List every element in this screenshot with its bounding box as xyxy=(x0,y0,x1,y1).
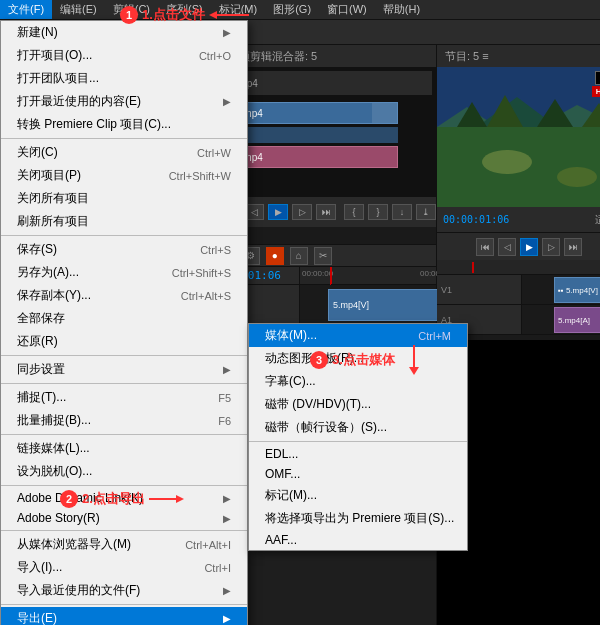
ruler-time-start: 00:00:00 xyxy=(302,269,333,278)
submenu-sep-1 xyxy=(249,441,467,442)
menu-save-as[interactable]: 另存为(A)... Ctrl+Shift+S xyxy=(1,261,247,284)
export-selection-premiere[interactable]: 将选择项导出为 Premiere 项目(S)... xyxy=(249,507,467,530)
step-fwd-btn[interactable]: ▷ xyxy=(292,204,312,220)
video-track-content: 5.mp4[V] xyxy=(300,285,436,324)
timeline-ruler: 00:01:06 00:00:00 00:00:30:00 xyxy=(220,267,436,285)
export-tape-dv[interactable]: 磁带 (DV/HDV)(T)... xyxy=(249,393,467,416)
playhead xyxy=(330,267,332,284)
video-track-bar: 5.mp4 xyxy=(228,102,398,124)
separator-6 xyxy=(1,485,247,486)
menu-file[interactable]: 文件(F) xyxy=(0,0,52,19)
file-menu: 新建(N) ▶ 打开项目(O)... Ctrl+O 打开团队项目... 打开最近… xyxy=(0,20,248,625)
separator-5 xyxy=(1,434,247,435)
svg-point-31 xyxy=(557,167,597,187)
menu-revert[interactable]: 还原(R) xyxy=(1,330,247,353)
prog-step-fwd[interactable]: ▷ xyxy=(542,238,560,256)
fforward-btn[interactable]: ⏭ xyxy=(316,204,336,220)
menu-import-recent[interactable]: 导入最近使用的文件(F) ▶ xyxy=(1,579,247,602)
separator-1 xyxy=(1,138,247,139)
menu-new[interactable]: 新建(N) ▶ xyxy=(1,21,247,44)
export-tape-device[interactable]: 磁带（帧行设备）(S)... xyxy=(249,416,467,439)
menu-help[interactable]: 帮助(H) xyxy=(375,0,428,19)
menu-open-recent[interactable]: 打开最近使用的内容(E) ▶ xyxy=(1,90,247,113)
overwrite-btn[interactable]: ⤓ xyxy=(416,204,436,220)
prog-play[interactable]: ▶ xyxy=(520,238,538,256)
fit-label: 适合 xyxy=(595,213,600,227)
menu-edit[interactable]: 编辑(E) xyxy=(52,0,105,19)
prog-rewind[interactable]: ⏮ xyxy=(476,238,494,256)
prog-step-back[interactable]: ◁ xyxy=(498,238,516,256)
menu-clip[interactable]: 剪辑(C) xyxy=(105,0,158,19)
insert-btn[interactable]: ↓ xyxy=(392,204,412,220)
play-btn[interactable]: ▶ xyxy=(268,204,288,220)
menu-refresh-all[interactable]: 刷新所有项目 xyxy=(1,210,247,233)
export-captions[interactable]: 字幕(C)... xyxy=(249,370,467,393)
prog-v-clip[interactable]: ▪▪ 5.mp4[V] xyxy=(554,277,600,303)
source-display: 5.mp4 5.mp4 fx 5.mp4 xyxy=(220,67,436,197)
menu-batch-capture[interactable]: 批量捕捉(B)... F6 xyxy=(1,409,247,432)
menu-window[interactable]: 窗口(W) xyxy=(319,0,375,19)
menu-import[interactable]: 导入(I)... Ctrl+I xyxy=(1,556,247,579)
menu-sync-settings[interactable]: 同步设置 ▶ xyxy=(1,358,247,381)
export-submenu: 媒体(M)... Ctrl+M 动态图形模板(R)... 字幕(C)... 磁带… xyxy=(248,323,468,551)
fx-track-bar: fx xyxy=(228,127,398,143)
menu-export[interactable]: 导出(E) ▶ xyxy=(1,607,247,625)
separator-2 xyxy=(1,235,247,236)
prog-a-clip[interactable]: 5.mp4[A] xyxy=(554,307,600,333)
timeline-magnet[interactable]: ⌂ xyxy=(290,247,308,265)
source-controls: ⏮ ◁ ▶ ▷ ⏭ { } ↓ ⤓ xyxy=(220,197,436,227)
audio-track-bar: 5.mp4 xyxy=(228,146,398,168)
separator-4 xyxy=(1,383,247,384)
program-controls: 00:00:01:06 适合 xyxy=(437,207,600,232)
program-video: 4K HDR xyxy=(437,67,600,207)
menu-save-copy[interactable]: 保存副本(Y)... Ctrl+Alt+S xyxy=(1,284,247,307)
separator-8 xyxy=(1,604,247,605)
menu-bar: 文件(F) 编辑(E) 剪辑(C) 序列(S) 标记(M) 图形(G) 窗口(W… xyxy=(0,0,600,20)
timeline-record[interactable]: ● xyxy=(266,247,284,265)
mark-in-btn[interactable]: { xyxy=(344,204,364,220)
export-omf[interactable]: OMF... xyxy=(249,464,467,484)
svg-point-30 xyxy=(482,150,532,174)
timeline-scissors[interactable]: ✂ xyxy=(314,247,332,265)
separator-3 xyxy=(1,355,247,356)
export-media[interactable]: 媒体(M)... Ctrl+M xyxy=(249,324,467,347)
menu-marker[interactable]: 标记(M) xyxy=(211,0,266,19)
menu-close[interactable]: 关闭(C) Ctrl+W xyxy=(1,141,247,164)
program-header: 节目: 5 ≡ xyxy=(437,45,600,67)
menu-save[interactable]: 保存(S) Ctrl+S xyxy=(1,238,247,261)
4k-hdr-badge: 4K HDR xyxy=(592,71,600,97)
timeline-header: ≡ ⚙ ● ⌂ ✂ xyxy=(220,245,436,267)
menu-sequence[interactable]: 序列(S) xyxy=(158,0,211,19)
source-header: 音频剪辑混合器: 5 xyxy=(220,45,436,67)
menu-offline[interactable]: 设为脱机(O)... xyxy=(1,460,247,483)
menu-link-media[interactable]: 链接媒体(L)... xyxy=(1,437,247,460)
menu-import-browser[interactable]: 从媒体浏览器导入(M) Ctrl+Alt+I xyxy=(1,533,247,556)
menu-dynamic-link[interactable]: Adobe Dynamic Link(K) ▶ xyxy=(1,488,247,508)
separator-7 xyxy=(1,530,247,531)
menu-close-project[interactable]: 关闭项目(P) Ctrl+Shift+W xyxy=(1,164,247,187)
export-markers[interactable]: 标记(M)... xyxy=(249,484,467,507)
export-edl[interactable]: EDL... xyxy=(249,444,467,464)
prog-playhead xyxy=(472,262,474,273)
prog-v-label: V1 xyxy=(437,275,522,304)
menu-adobe-story[interactable]: Adobe Story(R) ▶ xyxy=(1,508,247,528)
video-track-row: V1 5.mp4[V] xyxy=(220,285,436,325)
mark-out-btn[interactable]: } xyxy=(368,204,388,220)
menu-convert-clip[interactable]: 转换 Premiere Clip 项目(C)... xyxy=(1,113,247,136)
menu-open-team[interactable]: 打开团队项目... xyxy=(1,67,247,90)
export-motion-graphics[interactable]: 动态图形模板(R)... xyxy=(249,347,467,370)
menu-close-all[interactable]: 关闭所有项目 xyxy=(1,187,247,210)
menu-capture[interactable]: 捕捉(T)... F5 xyxy=(1,386,247,409)
menu-save-all[interactable]: 全部保存 xyxy=(1,307,247,330)
export-aaf[interactable]: AAF... xyxy=(249,530,467,550)
prog-fforward[interactable]: ⏭ xyxy=(564,238,582,256)
menu-graphics[interactable]: 图形(G) xyxy=(265,0,319,19)
menu-open-project[interactable]: 打开项目(O)... Ctrl+O xyxy=(1,44,247,67)
program-timecode: 00:00:01:06 xyxy=(443,214,509,225)
source-monitor: 音频剪辑混合器: 5 5.mp4 5.mp4 fx xyxy=(220,45,436,245)
